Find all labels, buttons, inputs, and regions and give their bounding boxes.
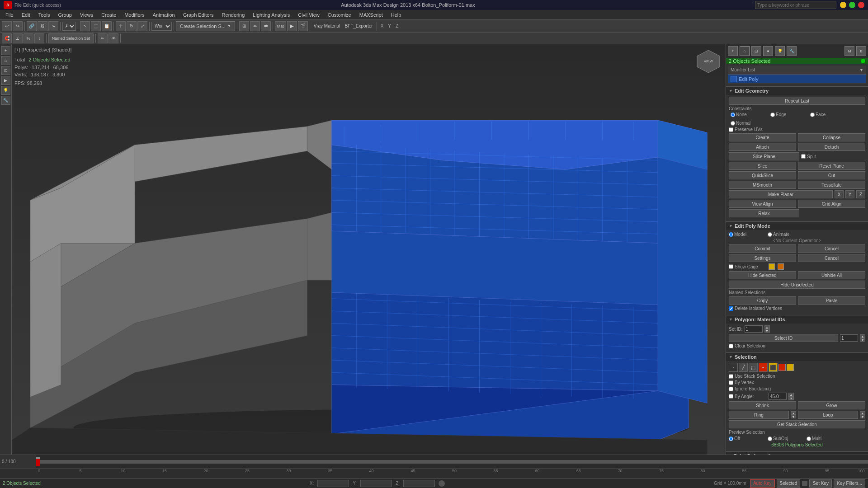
vray-mat-btn1[interactable]: M: [844, 46, 854, 56]
clear-selection-check[interactable]: Clear Selection: [729, 343, 765, 348]
set-id-spinner[interactable]: ▲ ▼: [764, 325, 770, 333]
spinner-down2[interactable]: ▼: [860, 338, 865, 342]
modify-panel-btn[interactable]: ⌂: [1, 56, 10, 65]
preserve-uvs-check[interactable]: Preserve UVs: [729, 127, 765, 132]
create-btn[interactable]: Create: [729, 133, 796, 141]
use-stack-sel-check[interactable]: Use Stack Selection: [729, 374, 775, 379]
hide-selected-btn[interactable]: Hide Selected: [729, 271, 796, 279]
key-marker[interactable]: [36, 459, 40, 466]
grow-btn[interactable]: Grow: [798, 401, 865, 409]
commit-btn[interactable]: Commit: [729, 244, 796, 253]
move-button[interactable]: ✛: [116, 21, 126, 31]
selected-btn[interactable]: Selected: [777, 479, 801, 488]
copy-btn[interactable]: Copy: [729, 296, 796, 305]
search-input[interactable]: [755, 1, 836, 9]
vertex-sel-icon[interactable]: ·: [729, 363, 738, 372]
auto-key-btn[interactable]: Auto Key: [750, 479, 775, 488]
menu-animation[interactable]: Animation: [149, 11, 179, 19]
angle-spinner-down[interactable]: ▼: [788, 396, 794, 400]
show-cage-check[interactable]: Show Cage: [729, 264, 765, 269]
cage-color-swatch2[interactable]: [778, 263, 784, 270]
ring-btn[interactable]: Ring: [729, 411, 789, 419]
cage-color-swatch1[interactable]: [769, 263, 775, 270]
menu-maxscript[interactable]: MAXScript: [356, 11, 387, 19]
snaps-toggle[interactable]: 🧲: [2, 33, 12, 43]
select-id-input[interactable]: [840, 334, 858, 342]
isolate-sel-btn[interactable]: 👁: [108, 33, 118, 43]
menu-tools[interactable]: Tools: [35, 11, 54, 19]
hierarchy-panel-btn[interactable]: ⊡: [1, 66, 10, 75]
menu-group[interactable]: Group: [54, 11, 75, 19]
grid-align-btn[interactable]: Grid Align: [798, 200, 865, 208]
modifier-list-arrow[interactable]: ▼: [859, 68, 863, 72]
preview-off-radio[interactable]: Off: [729, 436, 765, 441]
split-check[interactable]: Split: [801, 154, 865, 159]
relax-btn[interactable]: Relax: [729, 209, 799, 217]
set-id-input[interactable]: [745, 325, 763, 333]
motion-panel-btn[interactable]: ▶: [1, 76, 10, 85]
paste-btn[interactable]: Paste: [798, 296, 865, 305]
close-button[interactable]: [858, 2, 864, 8]
select-button[interactable]: ↖: [80, 21, 90, 31]
render-setup-button[interactable]: 🎬: [298, 21, 308, 31]
select-link-button[interactable]: 🔗: [27, 21, 37, 31]
x-coord-input[interactable]: [317, 480, 349, 487]
lock-coord-btn[interactable]: [439, 480, 445, 487]
utilities-panel-btn[interactable]: 🔧: [1, 96, 10, 105]
key-config-btn[interactable]: [802, 481, 807, 486]
paint-sel-btn[interactable]: ✏: [98, 33, 108, 43]
constraint-none[interactable]: None: [731, 112, 767, 117]
viewport[interactable]: [+] [Perspective] [Shaded] Total 2 Objec…: [12, 44, 726, 455]
set-key-btn[interactable]: Set Key: [809, 479, 832, 488]
spinner-snap[interactable]: ↕: [34, 33, 44, 43]
slice-btn[interactable]: Slice: [729, 162, 796, 170]
select-id-spinner[interactable]: ▲ ▼: [860, 334, 865, 342]
key-filters-btn[interactable]: Key Filters...: [834, 479, 865, 488]
by-angle-input[interactable]: [769, 393, 787, 400]
unlink-button[interactable]: ⛓: [38, 21, 47, 31]
edit-poly-mode-header[interactable]: ▼ Edit Poly Mode: [726, 222, 868, 230]
spinner-up2[interactable]: ▲: [860, 334, 865, 338]
render-button[interactable]: ▶: [287, 21, 297, 31]
align-button[interactable]: ⇌: [261, 21, 271, 31]
menu-file[interactable]: File: [2, 11, 17, 19]
cut-btn[interactable]: Cut: [798, 171, 865, 179]
hide-unselected-btn[interactable]: Hide Unselected: [729, 281, 865, 289]
make-planar-btn[interactable]: Make Planar: [729, 190, 833, 198]
modify-icon[interactable]: ⌂: [740, 46, 750, 56]
menu-graph-editors[interactable]: Graph Editors: [179, 11, 217, 19]
vray-mat-btn2[interactable]: E: [856, 46, 866, 56]
spinner-up[interactable]: ▲: [764, 325, 770, 329]
scale-button[interactable]: ⤢: [137, 21, 147, 31]
repeat-last-btn[interactable]: Repeat Last: [729, 97, 865, 105]
paint-deformation-header[interactable]: ▶ Paint Deformation: [726, 452, 868, 455]
shrink-btn[interactable]: Shrink: [729, 401, 796, 409]
ignore-backfacing-check[interactable]: Ignore Backfacing: [729, 386, 771, 391]
menu-lighting[interactable]: Lighting Analysis: [249, 11, 293, 19]
angle-snap[interactable]: ∠: [13, 33, 23, 43]
delete-isolated-check[interactable]: Delete Isolated Vertices: [729, 306, 782, 311]
cancel2-btn[interactable]: Cancel: [798, 254, 865, 262]
animate-radio[interactable]: Animate: [768, 232, 804, 237]
mirror-button[interactable]: ⇔: [250, 21, 260, 31]
preview-subobj-radio[interactable]: SubObj: [768, 436, 804, 441]
cancel-btn[interactable]: Cancel: [798, 244, 865, 253]
utilities-icon[interactable]: 🔧: [787, 46, 797, 56]
make-planar-z-btn[interactable]: Z: [856, 190, 865, 198]
maximize-button[interactable]: [849, 2, 855, 8]
quickslice-btn[interactable]: QuickSlice: [729, 171, 796, 179]
hierarchy-icon[interactable]: ⊡: [751, 46, 761, 56]
by-vertex-check[interactable]: By Vertex: [729, 380, 765, 385]
rotate-button[interactable]: ↻: [127, 21, 137, 31]
named-sel-set[interactable]: Named Selection Set: [48, 33, 94, 43]
element-sel-icon[interactable]: ⬛: [769, 363, 778, 372]
material-editor-button[interactable]: Mat: [275, 21, 286, 31]
edge-sel-icon[interactable]: ╱: [739, 363, 748, 372]
border-sel-icon[interactable]: ⬚: [749, 363, 758, 372]
undo-button[interactable]: ↩: [2, 21, 12, 31]
angle-spinner-up[interactable]: ▲: [788, 393, 794, 396]
display-icon[interactable]: 💡: [775, 46, 785, 56]
percent-snap[interactable]: %: [24, 33, 33, 43]
constraint-edge[interactable]: Edge: [770, 112, 807, 117]
menu-help[interactable]: Help: [387, 11, 405, 19]
